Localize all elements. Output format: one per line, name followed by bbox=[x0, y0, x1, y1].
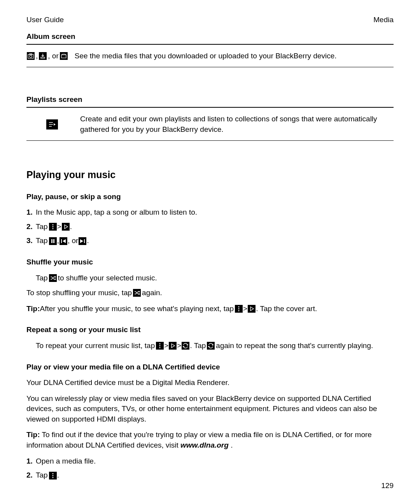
svg-rect-10 bbox=[61, 239, 62, 243]
step-1: 1. In the Music app, tap a song or album… bbox=[26, 207, 394, 218]
step-num: 2. bbox=[26, 470, 36, 481]
album-desc: See the media files that you downloaded … bbox=[69, 51, 394, 61]
step-3: 3. Tap , , or . bbox=[26, 236, 394, 246]
step-text: Tap > . bbox=[36, 222, 72, 232]
more-icon bbox=[156, 342, 164, 350]
shuffle-heading: Shuffle your music bbox=[26, 257, 394, 268]
more-icon bbox=[235, 305, 243, 313]
camera-icon bbox=[27, 52, 35, 60]
svg-point-6 bbox=[52, 226, 53, 228]
repeat-line: To repeat your current music list, tap >… bbox=[26, 341, 394, 351]
playing-music-heading: Playing your music bbox=[26, 168, 394, 182]
dlna-p1: Your DLNA Certified device must be a Dig… bbox=[26, 378, 394, 388]
page-header: User Guide Media bbox=[26, 15, 394, 25]
album-screen-heading: Album screen bbox=[26, 32, 394, 42]
shuffle-line1: Tap to shuffle your selected music. bbox=[26, 273, 394, 284]
svg-point-18 bbox=[52, 473, 53, 474]
header-left: User Guide bbox=[26, 15, 64, 25]
step-num: 3. bbox=[26, 236, 36, 246]
dlna-url: www.dlna.org bbox=[180, 441, 229, 449]
svg-rect-9 bbox=[53, 239, 54, 243]
svg-rect-8 bbox=[51, 239, 52, 243]
play-pause-heading: Play, pause, or skip a song bbox=[26, 192, 394, 202]
repeat-icon bbox=[182, 342, 189, 350]
divider bbox=[26, 140, 394, 141]
album-icons: , , or bbox=[26, 51, 68, 61]
playlist-icon bbox=[46, 119, 58, 130]
step-text: Tap , , or . bbox=[36, 236, 89, 246]
playlist-icon-cell bbox=[26, 119, 78, 130]
album-row: , , or See the media files that you down… bbox=[26, 45, 394, 67]
play-outline-icon bbox=[62, 223, 70, 231]
svg-point-2 bbox=[30, 55, 32, 58]
svg-point-16 bbox=[159, 345, 161, 346]
divider bbox=[26, 67, 394, 67]
svg-rect-11 bbox=[84, 239, 85, 243]
svg-point-5 bbox=[52, 224, 53, 226]
svg-point-15 bbox=[159, 343, 161, 345]
svg-point-14 bbox=[238, 310, 240, 312]
play-outline-icon bbox=[169, 342, 177, 350]
box-icon bbox=[60, 52, 68, 60]
playlists-row: Create and edit your own playlists and l… bbox=[26, 108, 394, 140]
svg-point-13 bbox=[238, 308, 240, 310]
dlna-heading: Play or view your media file on a DLNA C… bbox=[26, 362, 394, 373]
tip-label: Tip: bbox=[26, 304, 40, 314]
more-icon bbox=[49, 223, 57, 231]
step-text: In the Music app, tap a song or album to… bbox=[36, 207, 197, 218]
shuffle-icon bbox=[49, 274, 57, 282]
svg-point-20 bbox=[52, 477, 53, 478]
play-outline-icon bbox=[248, 305, 256, 313]
playlists-desc: Create and edit your own playlists and l… bbox=[78, 114, 394, 135]
step-2: 2. Tap > . bbox=[26, 222, 394, 232]
step-text: Tap . bbox=[36, 470, 59, 481]
header-right: Media bbox=[373, 15, 394, 25]
shuffle-icon bbox=[133, 289, 141, 297]
repeat-icon bbox=[207, 342, 215, 350]
sep: , bbox=[36, 51, 38, 61]
playlists-heading: Playlists screen bbox=[26, 94, 394, 105]
shuffle-tip: Tip: After you shuffle your music, to se… bbox=[26, 304, 394, 314]
svg-rect-3 bbox=[41, 57, 45, 58]
dlna-tip: Tip: To find out if the device that you'… bbox=[26, 430, 394, 450]
download-icon bbox=[39, 52, 47, 60]
playlists-section: Playlists screen Create and edit your ow… bbox=[26, 94, 394, 141]
pause-icon bbox=[49, 237, 57, 245]
repeat-heading: Repeat a song or your music list bbox=[26, 325, 394, 335]
tip-label: Tip: bbox=[26, 430, 40, 439]
play-pause-steps: 1. In the Music app, tap a song or album… bbox=[26, 207, 394, 246]
svg-point-7 bbox=[52, 228, 53, 229]
step-2: 2. Tap . bbox=[26, 470, 394, 481]
sep-or: , or bbox=[48, 51, 58, 61]
shuffle-line2: To stop shuffling your music, tap again. bbox=[26, 288, 394, 298]
step-num: 1. bbox=[26, 456, 36, 467]
more-icon bbox=[49, 472, 57, 480]
step-text: Open a media file. bbox=[36, 456, 96, 467]
svg-point-12 bbox=[238, 306, 240, 308]
svg-rect-4 bbox=[61, 55, 66, 58]
dlna-steps: 1. Open a media file. 2. Tap . bbox=[26, 456, 394, 481]
dlna-p2: You can wirelessly play or view media fi… bbox=[26, 394, 394, 425]
step-1: 1. Open a media file. bbox=[26, 456, 394, 467]
next-icon bbox=[79, 237, 86, 245]
svg-point-19 bbox=[52, 475, 53, 476]
step-num: 1. bbox=[26, 207, 36, 218]
step-num: 2. bbox=[26, 222, 36, 232]
prev-icon bbox=[60, 237, 67, 245]
page-number: 129 bbox=[381, 481, 394, 491]
svg-point-17 bbox=[159, 347, 161, 348]
